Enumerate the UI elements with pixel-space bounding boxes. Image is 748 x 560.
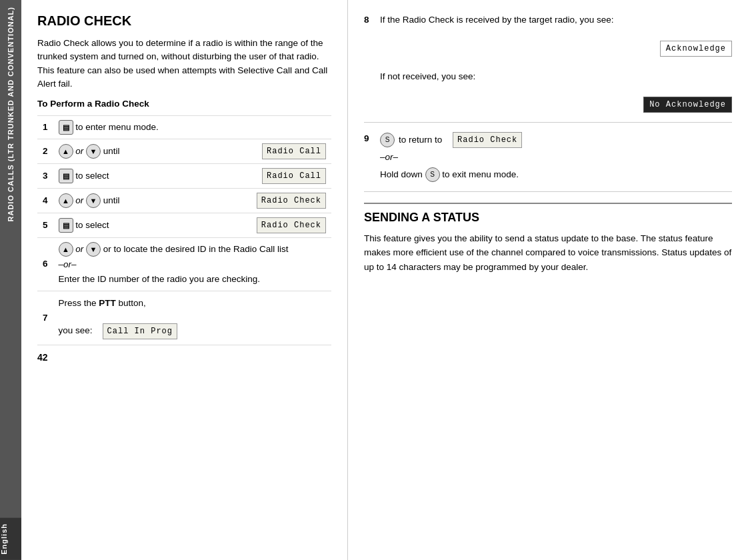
step-num-6: 6 xyxy=(37,238,53,291)
s-button-hold[interactable]: S xyxy=(425,167,440,182)
step-7-content: Press the PTT button, you see: Call In P… xyxy=(53,291,331,345)
divider xyxy=(364,122,732,123)
step-1-content: ▤ to enter menu mode. xyxy=(53,116,215,139)
sending-status-title: SENDING A STATUS xyxy=(364,203,732,225)
step-8-content: If the Radio Check is received by the ta… xyxy=(380,13,732,113)
table-row: 7 Press the PTT button, you see: Call In… xyxy=(37,291,331,345)
table-row: 6 ▲ or ▼ or to locate the desired ID in … xyxy=(37,238,331,291)
step-7-text1: Press the PTT button, xyxy=(59,298,146,308)
step-5-content: ▤ to select xyxy=(53,213,215,238)
table-row: 5 ▤ to select Radio Check xyxy=(37,213,331,238)
lcd-call-in-prog: Call In Prog xyxy=(103,323,177,339)
lcd-radio-check-5: Radio Check xyxy=(257,217,326,233)
table-row: 1 ▤ to enter menu mode. xyxy=(37,116,331,139)
sidebar-top-label: RADIO CALLS (LTR TRUNKED AND CONVENTIONA… xyxy=(6,0,15,228)
step-2-content: ▲ or ▼ until xyxy=(53,139,215,164)
up-arrow-2[interactable]: ▲ xyxy=(59,144,73,159)
step-7-text2: you see: xyxy=(59,325,93,335)
page-number: 42 xyxy=(37,352,331,363)
step-5-display: Radio Check xyxy=(215,213,331,238)
sending-status-block: SENDING A STATUS This feature gives you … xyxy=(364,203,732,275)
step-9-or: –or– xyxy=(380,151,732,164)
section-divider xyxy=(364,191,732,192)
step-8-text: If the Radio Check is received by the ta… xyxy=(380,15,613,25)
left-column: RADIO CHECK Radio Check allows you to de… xyxy=(21,0,348,560)
step-9-content: S to return to Radio Check –or– Hold dow… xyxy=(380,132,732,181)
intro-text: Radio Check allows you to determine if a… xyxy=(37,37,331,91)
sidebar-bottom-label: English xyxy=(0,518,21,560)
step-3-display: Radio Call xyxy=(215,164,331,189)
s-button-9[interactable]: S xyxy=(380,133,395,147)
step-8-row: 8 If the Radio Check is received by the … xyxy=(364,13,732,113)
page-title: RADIO CHECK xyxy=(37,13,331,29)
step-num-3: 3 xyxy=(37,164,53,189)
step-2-display: Radio Call xyxy=(215,139,331,164)
step-1-display xyxy=(215,116,331,139)
step-num-5: 5 xyxy=(37,213,53,238)
step-num-8: 8 xyxy=(364,13,375,27)
table-row: 4 ▲ or ▼ until Radio Check xyxy=(37,189,331,213)
step-3-content: ▤ to select xyxy=(53,164,215,189)
down-arrow-6[interactable]: ▼ xyxy=(86,242,101,257)
menu-button-3[interactable]: ▤ xyxy=(59,169,73,183)
step-num-4: 4 xyxy=(37,189,53,213)
step-9-row: 9 S to return to Radio Check –or– Hold d… xyxy=(364,132,732,181)
step-4-display: Radio Check xyxy=(215,189,331,213)
lcd-radio-check-4: Radio Check xyxy=(257,193,326,209)
step-6-text2: Enter the ID number of the radio you are… xyxy=(59,274,260,284)
if-not-text: If not received, you see: xyxy=(380,71,475,81)
down-arrow-4[interactable]: ▼ xyxy=(86,193,101,208)
table-row: 3 ▤ to select Radio Call xyxy=(37,164,331,189)
step-9-text1: to return to xyxy=(399,133,442,147)
step-num-1: 1 xyxy=(37,116,53,139)
steps-table: 1 ▤ to enter menu mode. 2 ▲ or ▼ until R… xyxy=(37,115,331,345)
table-row: 2 ▲ or ▼ until Radio Call xyxy=(37,139,331,164)
section-subtitle: To Perform a Radio Check xyxy=(37,99,331,109)
sending-status-body: This feature gives you the ability to se… xyxy=(364,231,732,275)
menu-button-1[interactable]: ▤ xyxy=(59,120,73,135)
acknowledge-display: Acknowledge xyxy=(660,41,732,57)
menu-button-5[interactable]: ▤ xyxy=(59,218,73,233)
step-8-block: 8 If the Radio Check is received by the … xyxy=(364,13,732,113)
no-acknowledge-display: No Acknowledge xyxy=(643,97,732,113)
step-num-9: 9 xyxy=(364,132,375,145)
sidebar: RADIO CALLS (LTR TRUNKED AND CONVENTIONA… xyxy=(0,0,21,560)
step-6-content: ▲ or ▼ or to locate the desired ID in th… xyxy=(53,238,331,291)
main-content: RADIO CHECK Radio Check allows you to de… xyxy=(21,0,748,560)
up-arrow-6[interactable]: ▲ xyxy=(59,242,73,257)
lcd-radio-call-3: Radio Call xyxy=(262,168,326,184)
step-num-2: 2 xyxy=(37,139,53,164)
step-6-text: ▲ or ▼ or to locate the desired ID in th… xyxy=(59,242,326,287)
step-6-or: –or– xyxy=(59,258,326,271)
lcd-radio-call-2: Radio Call xyxy=(262,143,326,159)
right-column: 8 If the Radio Check is received by the … xyxy=(348,0,748,560)
step-9-block: 9 S to return to Radio Check –or– Hold d… xyxy=(364,132,732,181)
step-9-text2: Hold down S to exit menu mode. xyxy=(380,167,732,182)
step-num-7: 7 xyxy=(37,291,53,345)
down-arrow-2[interactable]: ▼ xyxy=(86,144,101,159)
step-4-content: ▲ or ▼ until xyxy=(53,189,215,213)
lcd-radio-check-9: Radio Check xyxy=(453,132,522,148)
up-arrow-4[interactable]: ▲ xyxy=(59,193,73,208)
